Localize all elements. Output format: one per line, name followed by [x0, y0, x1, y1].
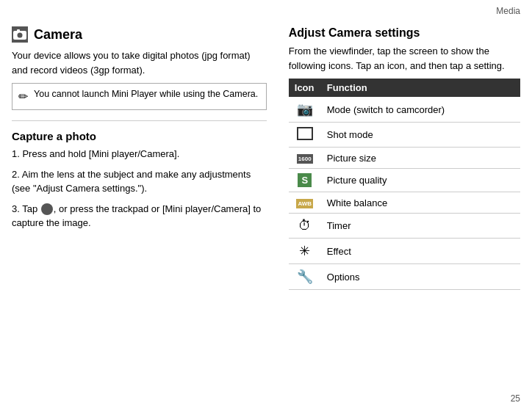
table-row: ⏱Timer	[289, 214, 520, 239]
timer-icon: ⏱	[289, 214, 321, 239]
table-row: AWBWhite balance	[289, 192, 520, 214]
table-header-row: Icon Function	[289, 79, 520, 97]
function-label: Mode (switch to camcorder)	[321, 97, 520, 123]
table-row: 🔧Options	[289, 264, 520, 290]
camera-title-text: Camera	[34, 27, 82, 43]
step-1: 1. Press and hold [Mini player/Camera].	[12, 147, 267, 161]
table-row: Shot mode	[289, 123, 520, 148]
function-label: Effect	[321, 239, 520, 264]
page-header: Media	[0, 0, 532, 19]
notice-box: ✏ You cannot launch Mini Player while us…	[12, 83, 267, 110]
left-column: Camera Your device allows you to take di…	[12, 26, 274, 290]
tap-camera-icon	[41, 203, 53, 215]
svg-rect-2	[17, 29, 20, 32]
camera-mode-icon: 📷	[289, 97, 321, 123]
table-row: 📷Mode (switch to camcorder)	[289, 97, 520, 123]
capture-title: Capture a photo	[12, 130, 267, 142]
table-row: 1600Picture size	[289, 148, 520, 169]
effect-icon: ✳	[289, 239, 321, 264]
svg-point-1	[18, 33, 23, 38]
header-label: Media	[496, 6, 520, 16]
options-icon: 🔧	[289, 264, 321, 290]
adjust-title: Adjust Camera settings	[289, 26, 520, 40]
function-label: Options	[321, 264, 520, 290]
divider-1	[12, 120, 267, 121]
function-label: Shot mode	[321, 123, 520, 148]
camera-title-icon	[12, 26, 28, 43]
function-label: Picture quality	[321, 169, 520, 192]
function-label: Timer	[321, 214, 520, 239]
white-balance-icon: AWB	[289, 192, 321, 214]
step-2: 2. Aim the lens at the subject and make …	[12, 167, 267, 196]
table-row: ✳Effect	[289, 239, 520, 264]
table-row: SPicture quality	[289, 169, 520, 192]
adjust-intro: From the viewfinder, tap the screen to s…	[289, 44, 520, 73]
page-number: 25	[511, 393, 520, 404]
picture-quality-icon: S	[289, 169, 321, 192]
camera-title: Camera	[12, 26, 267, 43]
settings-table: Icon Function 📷Mode (switch to camcorder…	[289, 79, 520, 290]
right-column: Adjust Camera settings From the viewfind…	[289, 26, 520, 290]
notice-text: You cannot launch Mini Player while usin…	[34, 88, 258, 101]
col-icon-header: Icon	[289, 79, 321, 97]
notice-icon: ✏	[18, 89, 28, 105]
step-3: 3. Tap , or press the trackpad or [Mini …	[12, 202, 267, 230]
col-function-header: Function	[321, 79, 520, 97]
camera-description: Your device allows you to take digital p…	[12, 48, 267, 77]
function-label: Picture size	[321, 148, 520, 169]
function-label: White balance	[321, 192, 520, 214]
shot-mode-icon	[289, 123, 321, 148]
picture-size-icon: 1600	[289, 148, 321, 169]
